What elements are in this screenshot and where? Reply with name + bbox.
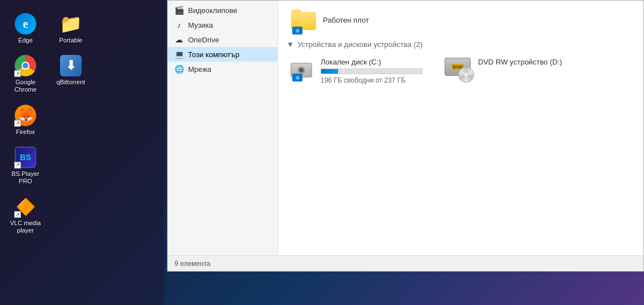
music-nav-icon: ♪	[174, 20, 184, 29]
nav-item-this-pc[interactable]: 💻 Този компютър	[168, 47, 278, 62]
nav-item-onedrive[interactable]: ☁ OneDrive	[168, 32, 278, 47]
nav-pane: 🎬 Видеоклипове ♪ Музика ☁ OneDrive 💻 Тоз…	[168, 1, 278, 255]
nav-item-videos[interactable]: 🎬 Видеоклипове	[168, 3, 278, 18]
status-bar: 9 елемента	[168, 255, 643, 271]
chrome-label: Google Chrome	[8, 79, 43, 93]
folder-body	[291, 12, 316, 30]
devices-section-title: Устройства и дискови устройства (2)	[297, 40, 423, 49]
devices-chevron-icon: ▼	[287, 40, 294, 49]
c-drive-windows-badge	[292, 74, 302, 81]
vlc-label: VLC media player	[8, 220, 43, 234]
c-drive-free-label: 196 ГБ свободни от 237 ГБ	[321, 76, 423, 84]
desktop-folder-item[interactable]: Работен плот	[287, 6, 635, 33]
desktop-icon-qbittorrent[interactable]: ⬇ qBittorrent	[51, 52, 91, 96]
portable-label: Portable	[59, 37, 83, 44]
vlc-icon: 🔶 ↗	[14, 195, 37, 218]
shortcut-arrow: ↗	[14, 70, 21, 77]
network-nav-icon: 🌐	[174, 65, 184, 74]
qbittorrent-icon: ⬇	[59, 54, 82, 77]
vlc-shortcut: ↗	[14, 211, 21, 218]
chrome-inner	[22, 62, 29, 70]
nav-item-onedrive-label: OneDrive	[188, 36, 219, 44]
desktop: e Edge 📁 Portable ↗ Google Chro	[0, 0, 644, 305]
bsplayer-shortcut: ↗	[14, 162, 21, 169]
desktop-icon-bsplayer[interactable]: BS ↗ BS.Player PRO	[6, 144, 45, 187]
desktop-icon-edge[interactable]: e Edge	[6, 10, 45, 46]
nav-item-network-label: Мрежа	[188, 65, 211, 74]
qbit-shape: ⬇	[60, 55, 82, 76]
d-drive-name: DVD RW устройство (D:)	[478, 58, 562, 66]
qbittorrent-label: qBittorrent	[57, 79, 86, 86]
nav-item-videos-label: Видеоклипове	[188, 6, 237, 15]
d-drive-info: DVD RW устройство (D:)	[478, 58, 562, 66]
icon-row-4: BS ↗ BS.Player PRO	[6, 144, 159, 187]
status-items-count: 9 елемента	[174, 260, 211, 268]
content-pane: Работен плот ▼ Устройства и дискови устр…	[278, 1, 643, 255]
windows-badge	[292, 27, 302, 35]
bsplayer-icon: BS ↗	[14, 146, 37, 169]
desktop-folder-label: Работен плот	[323, 16, 369, 24]
hdd-body	[291, 63, 312, 78]
edge-icon: e	[14, 12, 37, 35]
c-drive-icon	[289, 58, 314, 83]
icon-row-5: 🔶 ↗ VLC media player	[6, 193, 159, 237]
nav-item-network[interactable]: 🌐 Мрежа	[168, 62, 278, 76]
c-drive-info: Локален диск (C:) 196 ГБ свободни от 237…	[321, 58, 423, 84]
hdd-platter	[297, 66, 305, 74]
explorer-body: 🎬 Видеоклипове ♪ Музика ☁ OneDrive 💻 Тоз…	[168, 1, 643, 255]
firefox-shortcut: ↗	[14, 120, 21, 127]
desktop-folder-icon	[291, 10, 316, 30]
nav-item-music[interactable]: ♪ Музика	[168, 18, 278, 32]
edge-icon-shape: e	[15, 13, 36, 35]
devices-section-header[interactable]: ▼ Устройства и дискови устройства (2)	[287, 40, 635, 49]
desktop-icon-portable[interactable]: 📁 Portable	[51, 10, 91, 46]
dvd-disc-inner	[464, 72, 468, 77]
edge-label: Edge	[18, 37, 33, 44]
icon-row-1: e Edge 📁 Portable	[6, 10, 159, 46]
dvd-drive-icon: DVD	[444, 58, 471, 83]
icon-row-2: ↗ Google Chrome ⬇ qBittorrent	[6, 52, 159, 96]
bsplayer-label: BS.Player PRO	[8, 170, 43, 185]
firefox-label: Firefox	[16, 128, 35, 136]
d-drive-item[interactable]: DVD DVD RW устройство (D:)	[442, 55, 564, 87]
onedrive-nav-icon: ☁	[174, 35, 184, 44]
nav-item-music-label: Музика	[188, 21, 213, 29]
c-drive-bar-fill	[321, 69, 338, 74]
desktop-icon-firefox[interactable]: 🦊 ↗ Firefox	[6, 102, 45, 138]
drives-container: Локален диск (C:) 196 ГБ свободни от 237…	[287, 53, 635, 89]
videos-nav-icon: 🎬	[174, 6, 184, 15]
desktop-icon-chrome[interactable]: ↗ Google Chrome	[6, 52, 45, 96]
desktop-icon-vlc[interactable]: 🔶 ↗ VLC media player	[6, 193, 45, 237]
firefox-icon: 🦊 ↗	[14, 104, 37, 127]
icon-row-3: 🦊 ↗ Firefox	[6, 102, 159, 138]
nav-item-this-pc-label: Този компютър	[188, 50, 240, 59]
this-pc-nav-icon: 💻	[174, 50, 184, 59]
file-explorer-window: 🎬 Видеоклипове ♪ Музика ☁ OneDrive 💻 Тоз…	[167, 0, 644, 272]
desktop-icons-area: e Edge 📁 Portable ↗ Google Chro	[0, 0, 164, 305]
portable-icon: 📁	[59, 12, 82, 35]
dvd-disc	[458, 67, 474, 83]
c-drive-item[interactable]: Локален диск (C:) 196 ГБ свободни от 237…	[287, 55, 425, 87]
chrome-icon: ↗	[14, 54, 37, 77]
c-drive-name: Локален диск (C:)	[321, 58, 423, 66]
c-drive-bar-container	[321, 68, 423, 74]
